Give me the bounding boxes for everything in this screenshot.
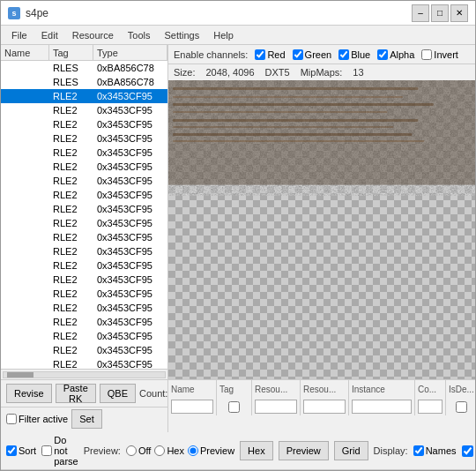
list-scrollbar-track[interactable]: [3, 371, 166, 378]
app-icon: s: [8, 7, 20, 19]
list-row[interactable]: RLE2 0x3453CF95: [1, 202, 167, 216]
list-row[interactable]: RLE2 0x3453CF95: [1, 103, 167, 117]
channel-alpha-label: Alpha: [390, 49, 414, 60]
sort-checkbox[interactable]: [6, 445, 17, 456]
list-row[interactable]: RLE2 0x3453CF95: [1, 89, 167, 103]
menu-help[interactable]: Help: [206, 28, 241, 42]
input-cell-res1: [252, 398, 301, 415]
name-input[interactable]: [171, 400, 213, 414]
input-cell-res2: [301, 398, 349, 415]
channel-invert[interactable]: Invert: [421, 49, 458, 60]
revise-button[interactable]: Revise: [6, 384, 52, 403]
list-row[interactable]: RLES 0xBA856C78: [1, 75, 167, 89]
list-row[interactable]: RLE2 0x3453CF95: [1, 146, 167, 160]
menu-file[interactable]: File: [4, 28, 34, 42]
minimize-button[interactable]: –: [412, 4, 429, 22]
list-cell-type: 0x3453CF95: [93, 260, 167, 271]
hex-button[interactable]: Hex: [240, 441, 273, 460]
list-row[interactable]: RLE2 0x3453CF95: [1, 160, 167, 174]
channel-alpha-checkbox[interactable]: [377, 49, 388, 60]
list-row[interactable]: RLE2 0x3453CF95: [1, 287, 167, 301]
list-row[interactable]: RLE2 0x3453CF95: [1, 244, 167, 258]
names-item[interactable]: Names: [413, 445, 457, 456]
maximize-button[interactable]: □: [431, 4, 449, 22]
svg-rect-4: [173, 103, 434, 106]
radio-hex[interactable]: Hex: [154, 445, 184, 456]
list-row[interactable]: RLE2 0x3453CF95: [1, 117, 167, 131]
list-cell-tag: RLE2: [49, 147, 93, 158]
radio-preview-label: Preview: [200, 445, 234, 456]
list-cell-tag: RLE2: [49, 218, 93, 228]
filter-active-item[interactable]: Filter active: [6, 414, 68, 424]
size-value: 2048, 4096: [205, 67, 254, 78]
do-not-parse-item[interactable]: Do not parse: [41, 435, 78, 467]
list-row[interactable]: RLE2 0x3453CF95: [1, 216, 167, 230]
radio-preview[interactable]: Preview: [188, 445, 234, 456]
menu-tools[interactable]: Tools: [121, 28, 158, 42]
radio-preview-input[interactable]: [188, 445, 198, 456]
list-row[interactable]: RLE2 0x3453CF95: [1, 258, 167, 273]
channel-green[interactable]: Green: [293, 49, 332, 60]
bottom-main-row: Revise Paste RK QBE Count: 0 Filter acti…: [1, 380, 475, 432]
list-row[interactable]: RLE2 0x3453CF95: [1, 188, 167, 202]
list-scrollbar-thumb[interactable]: [7, 372, 33, 378]
list-row[interactable]: RLE2 0x3453CF95: [1, 357, 167, 369]
preview-area: [168, 80, 475, 379]
list-header-name: Name: [1, 45, 49, 60]
channel-red[interactable]: Red: [255, 49, 285, 60]
radio-off-input[interactable]: [126, 445, 137, 456]
menu-bar: File Edit Resource Tools Settings Help: [1, 26, 475, 45]
close-button[interactable]: ✕: [450, 4, 468, 22]
list-row[interactable]: RLE2 0x3453CF95: [1, 273, 167, 287]
paste-rk-button[interactable]: Paste RK: [56, 384, 96, 403]
list-row[interactable]: RLE2 0x3453CF95: [1, 301, 167, 315]
names-checkbox[interactable]: [413, 445, 424, 456]
left-panel: Name Tag Type RLES 0xBA856C78 RLES 0xBA8…: [1, 45, 168, 379]
buttons-row: Revise Paste RK QBE Count: 0: [1, 380, 167, 407]
radio-hex-input[interactable]: [154, 445, 165, 456]
list-row[interactable]: RLE2 0x3453CF95: [1, 131, 167, 146]
grid-button[interactable]: Grid: [334, 441, 368, 460]
channel-green-checkbox[interactable]: [293, 49, 303, 60]
list-scrollbar[interactable]: [1, 369, 167, 379]
list-cell-type: 0x3453CF95: [93, 176, 167, 186]
preview-button[interactable]: Preview: [279, 441, 329, 460]
resource1-input[interactable]: [255, 400, 297, 414]
menu-resource[interactable]: Resource: [65, 28, 121, 42]
list-row[interactable]: RLE2 0x3453CF95: [1, 315, 167, 329]
channel-blue-checkbox[interactable]: [338, 49, 349, 60]
channel-invert-checkbox[interactable]: [421, 49, 432, 60]
radio-off[interactable]: Off: [126, 445, 151, 456]
count-label: Count:: [139, 388, 167, 399]
channel-alpha[interactable]: Alpha: [377, 49, 414, 60]
list-cell-type: 0xBA856C78: [93, 63, 167, 73]
list-row[interactable]: RLE2 0x3453CF95: [1, 343, 167, 357]
menu-edit[interactable]: Edit: [34, 28, 65, 42]
instance-input[interactable]: [352, 400, 412, 414]
input-cell-isde: [446, 398, 475, 415]
tag-checkbox[interactable]: [228, 401, 240, 413]
qbe-button[interactable]: QBE: [100, 384, 136, 403]
isde-checkbox[interactable]: [456, 401, 467, 413]
co-input[interactable]: [418, 400, 443, 414]
input-cell-instance: [349, 398, 415, 415]
svg-rect-2: [173, 87, 418, 90]
list-row[interactable]: RLE2 0x3453CF95: [1, 230, 167, 244]
list-cell-tag: RLE2: [49, 246, 93, 257]
list-row[interactable]: RLE2 0x3453CF95: [1, 329, 167, 343]
sort-item[interactable]: Sort: [6, 445, 36, 456]
filter-active-checkbox[interactable]: [6, 414, 17, 424]
list-cell-tag: RLE2: [49, 288, 93, 299]
channel-blue[interactable]: Blue: [338, 49, 370, 60]
channel-red-checkbox[interactable]: [255, 49, 265, 60]
menu-settings[interactable]: Settings: [157, 28, 206, 42]
sort-label: Sort: [19, 445, 36, 456]
resource2-input[interactable]: [303, 400, 346, 414]
set-button[interactable]: Set: [71, 409, 102, 429]
list-row[interactable]: RLE2 0x3453CF95: [1, 174, 167, 188]
list-body[interactable]: RLES 0xBA856C78 RLES 0xBA856C78 RLE2 0x3…: [1, 61, 167, 369]
display-extra-checkbox[interactable]: [462, 445, 473, 457]
bottom-left-section: Revise Paste RK QBE Count: 0 Filter acti…: [1, 380, 168, 432]
do-not-parse-checkbox[interactable]: [41, 445, 52, 456]
list-row[interactable]: RLES 0xBA856C78: [1, 61, 167, 75]
